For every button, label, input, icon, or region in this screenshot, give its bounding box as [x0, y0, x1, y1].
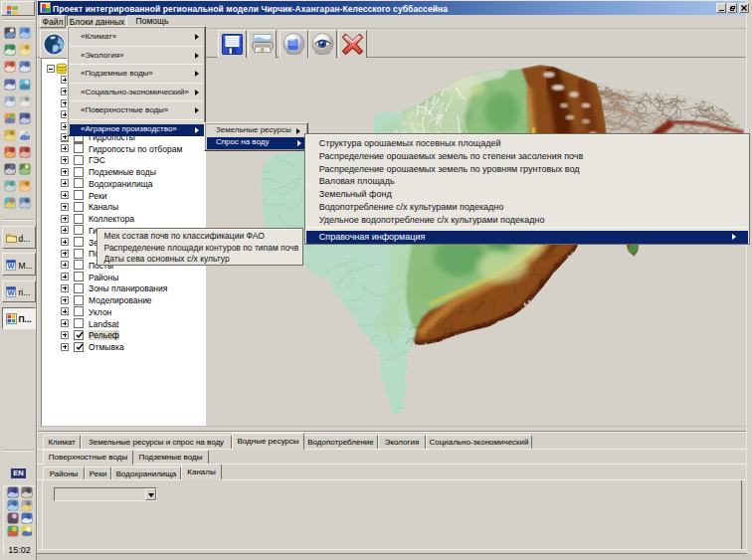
svg-text:W: W [7, 289, 14, 296]
svg-text:W: W [7, 263, 14, 270]
